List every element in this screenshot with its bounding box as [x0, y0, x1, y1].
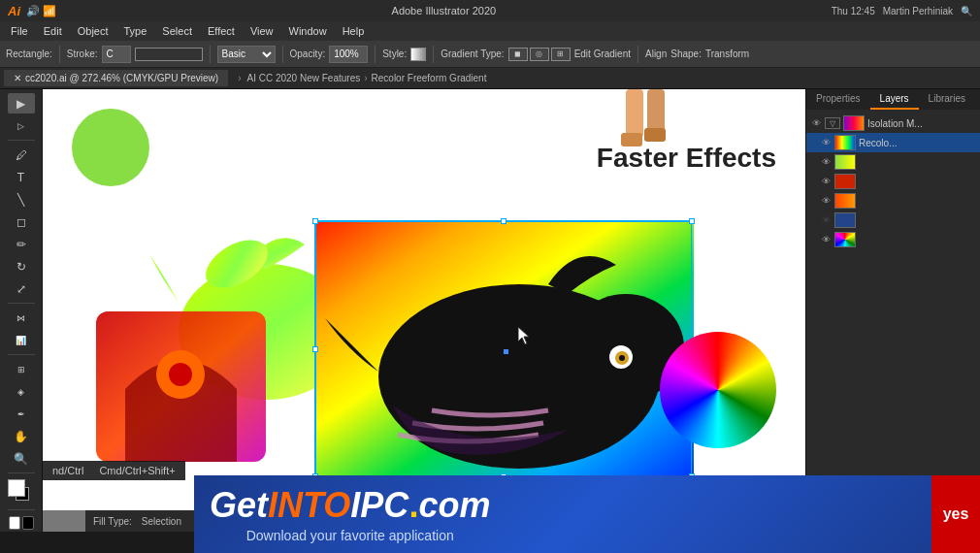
tool-separator-3 [8, 354, 35, 355]
mesh-tool[interactable]: ⊞ [8, 359, 35, 379]
color-swatches[interactable] [8, 479, 35, 504]
svg-rect-3 [647, 89, 665, 133]
screen-mode-btn[interactable] [22, 516, 34, 530]
panel-content: 👁 ▽ Isolation M... 👁 Recolo... 👁 👁 [806, 110, 980, 532]
layer-visibility-icon[interactable]: 👁 [820, 156, 832, 168]
banner-title-row: Get INTO IPC . com [210, 485, 490, 526]
breadcrumb-arrow: › [364, 73, 367, 83]
layer-row[interactable]: 👁 [806, 211, 980, 230]
tab-bar: ✕ cc2020.ai @ 272.46% (CMYK/GPU Preview)… [0, 68, 980, 89]
banner-get: Get [210, 485, 268, 526]
layer-row[interactable]: 👁 [806, 230, 980, 249]
layer-visibility-icon[interactable]: 👁 [820, 234, 832, 245]
hint-2: Cmd/Ctrl+Shift+ [99, 465, 175, 476]
tab-properties[interactable]: Properties [806, 89, 870, 110]
scale-tool[interactable]: ⤢ [8, 278, 35, 299]
direct-selection-tool[interactable]: ▷ [8, 115, 35, 136]
stroke-preview [135, 48, 203, 61]
hand-tool[interactable]: ✋ [8, 426, 35, 446]
tab-label: cc2020.ai @ 272.46% (CMYK/GPU Preview) [25, 73, 218, 83]
style-select[interactable]: Basic [217, 46, 276, 63]
handle-top-left[interactable] [312, 218, 318, 224]
close-tab-icon[interactable]: ✕ [14, 73, 21, 83]
graph-tool[interactable]: 📊 [8, 330, 35, 350]
handle-top-right[interactable] [689, 218, 695, 224]
layer-visibility-icon[interactable]: 👁 [820, 195, 832, 207]
titlebar-left: Ai 🔊 📶 [8, 4, 56, 18]
menu-file[interactable]: File [4, 23, 35, 39]
menu-edit[interactable]: Edit [37, 23, 69, 39]
green-circle-shape [72, 109, 149, 186]
layer-visibility-icon[interactable]: 👁 [820, 176, 832, 187]
banner-yes-badge: yes [931, 475, 980, 553]
user-name: Martin Perhiniak [883, 6, 953, 16]
shape-label: Rectangle: [6, 49, 52, 59]
rect-tool[interactable]: ◻ [8, 211, 35, 232]
selection-tool[interactable]: ▶ [8, 93, 35, 114]
breadcrumb-2: Recolor Freeform Gradient [372, 73, 487, 83]
app-logo: Ai [8, 4, 20, 18]
menu-bar: File Edit Object Type Select Effect View… [0, 21, 980, 41]
pen-tool[interactable]: 🖊 [8, 145, 35, 165]
type-tool[interactable]: T [8, 167, 35, 187]
fill-type-label: Fill Type: [93, 516, 132, 527]
gradient-linear-btn[interactable]: ◼ [508, 48, 528, 61]
svg-rect-5 [644, 128, 666, 142]
menu-type[interactable]: Type [117, 23, 154, 39]
stroke-input[interactable] [102, 46, 131, 63]
normal-mode-btn[interactable] [9, 516, 20, 530]
gradient-point[interactable] [504, 349, 508, 354]
line-tool[interactable]: ╲ [8, 189, 35, 210]
handle-left-mid[interactable] [312, 346, 318, 352]
layer-visibility-icon[interactable]: 👁 [810, 117, 822, 129]
layer-row[interactable]: 👁 [806, 152, 980, 172]
transform-label: Transform [705, 49, 749, 59]
layer-name[interactable]: Isolation M... [867, 118, 976, 129]
toolbar-separator [59, 46, 60, 63]
opacity-input[interactable] [329, 46, 368, 63]
handle-top-mid[interactable] [501, 218, 506, 224]
paintbrush-tool[interactable]: ✏ [8, 234, 35, 254]
edit-gradient-label: Edit Gradient [574, 49, 631, 59]
style-preview [410, 48, 426, 61]
document-tab[interactable]: ✕ cc2020.ai @ 272.46% (CMYK/GPU Preview) [4, 70, 228, 86]
tab-layers[interactable]: Layers [870, 89, 919, 110]
gradient-type-label: Gradient Type: [441, 49, 504, 59]
panel-tabs: Properties Layers Libraries [806, 89, 980, 110]
eyedropper-tool[interactable]: ✒ [8, 404, 35, 424]
menu-effect[interactable]: Effect [201, 23, 242, 39]
menu-help[interactable]: Help [336, 23, 372, 39]
selection-label: Selection [142, 516, 181, 527]
getintoipc-banner: Get INTO IPC . com Download your favorit… [194, 475, 980, 553]
layer-row[interactable]: 👁 ▽ Isolation M... [806, 114, 980, 133]
tool-separator-4 [8, 472, 35, 473]
gradient-radial-btn[interactable]: ◎ [530, 48, 549, 61]
layer-row[interactable]: 👁 [806, 172, 980, 191]
gradient-tool[interactable]: ◈ [8, 381, 35, 402]
banner-subtitle: Download your favorite application [246, 528, 454, 543]
toolbar-separator-6 [637, 46, 638, 63]
zoom-tool[interactable]: 🔍 [8, 448, 35, 469]
layer-thumbnail [843, 115, 865, 131]
search-icon[interactable]: 🔍 [961, 6, 972, 16]
menu-select[interactable]: Select [155, 23, 199, 39]
layer-row[interactable]: 👁 [806, 191, 980, 211]
layer-visibility-icon-hidden[interactable]: 👁 [820, 214, 832, 226]
warp-tool[interactable]: ⋈ [8, 308, 35, 328]
layer-thumbnail [834, 232, 856, 247]
gradient-freeform-btn[interactable]: ⊞ [551, 48, 571, 61]
faster-effects-text: Faster Effects [597, 143, 776, 174]
menu-window[interactable]: Window [282, 23, 334, 39]
cursor [518, 327, 534, 350]
toolbar-separator-4 [375, 46, 376, 63]
align-label: Align [645, 49, 667, 59]
rotate-tool[interactable]: ↻ [8, 256, 35, 276]
layer-visibility-icon[interactable]: 👁 [820, 137, 832, 148]
menu-object[interactable]: Object [71, 23, 115, 39]
foreground-color[interactable] [8, 479, 25, 497]
layer-row[interactable]: 👁 Recolo... [806, 133, 980, 152]
layer-name[interactable]: Recolo... [859, 138, 976, 148]
tab-libraries[interactable]: Libraries [919, 89, 975, 110]
menu-view[interactable]: View [244, 23, 280, 39]
layer-thumbnail [834, 154, 856, 170]
